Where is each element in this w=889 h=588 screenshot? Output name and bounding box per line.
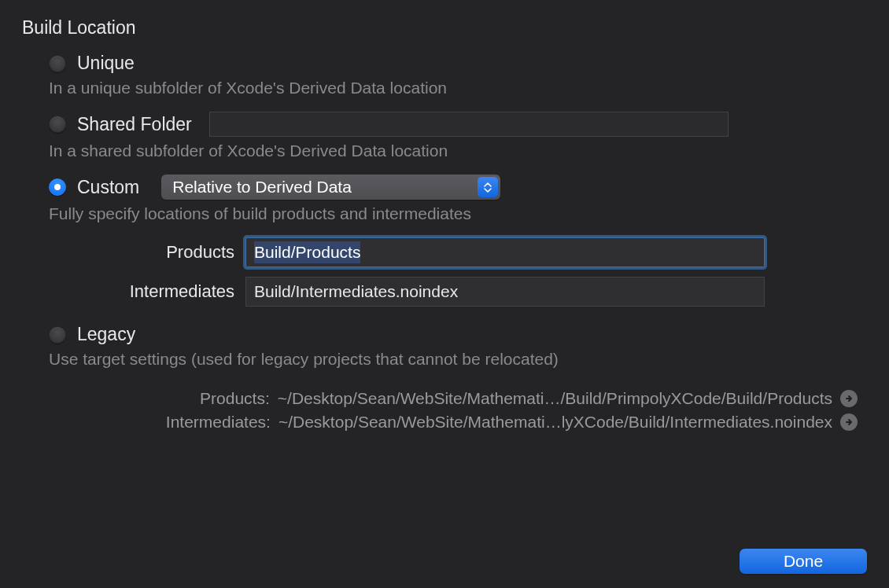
intermediates-field-label: Intermediates xyxy=(49,281,245,302)
option-legacy-label[interactable]: Legacy xyxy=(77,324,135,345)
done-button[interactable]: Done xyxy=(740,549,867,574)
path-products-label: Products: xyxy=(200,389,270,408)
path-products-value: ~/Desktop/Sean/WebSite/Mathemati…/Build/… xyxy=(278,389,832,408)
option-unique-label[interactable]: Unique xyxy=(77,53,135,74)
reveal-products-button[interactable] xyxy=(840,390,858,407)
option-shared: Shared Folder In a shared subfolder of X… xyxy=(49,112,867,160)
resolved-paths: Products: ~/Desktop/Sean/WebSite/Mathema… xyxy=(22,389,858,432)
reveal-intermediates-button[interactable] xyxy=(840,413,858,431)
radio-custom[interactable] xyxy=(49,178,66,196)
shared-folder-input[interactable] xyxy=(209,112,729,137)
sheet-footer: Done xyxy=(740,549,867,574)
option-unique-desc: In a unique subfolder of Xcode's Derived… xyxy=(49,79,867,97)
option-unique: Unique In a unique subfolder of Xcode's … xyxy=(49,53,867,97)
option-legacy-desc: Use target settings (used for legacy pro… xyxy=(49,350,867,369)
arrow-right-icon xyxy=(844,417,854,427)
intermediates-field-row: Intermediates Build/Intermediates.noinde… xyxy=(49,277,867,307)
option-custom: Custom Relative to Derived Data Fully sp… xyxy=(49,175,867,223)
path-row-intermediates: Intermediates: ~/Desktop/Sean/WebSite/Ma… xyxy=(22,413,858,432)
intermediates-input-value: Build/Intermediates.noindex xyxy=(254,282,458,301)
path-intermediates-label: Intermediates: xyxy=(166,413,271,432)
radio-shared[interactable] xyxy=(49,116,66,133)
updown-arrows-icon xyxy=(478,177,498,197)
products-field-label: Products xyxy=(49,242,245,263)
path-row-products: Products: ~/Desktop/Sean/WebSite/Mathema… xyxy=(22,389,858,408)
build-location-sheet: Build Location Unique In a unique subfol… xyxy=(0,0,889,588)
intermediates-input[interactable]: Build/Intermediates.noindex xyxy=(245,277,765,307)
arrow-right-icon xyxy=(844,394,854,403)
option-custom-desc: Fully specify locations of build product… xyxy=(49,204,867,223)
custom-location-select-value: Relative to Derived Data xyxy=(172,178,478,197)
option-shared-label[interactable]: Shared Folder xyxy=(77,114,192,135)
option-custom-label[interactable]: Custom xyxy=(77,177,139,198)
option-legacy: Legacy Use target settings (used for leg… xyxy=(49,324,867,369)
radio-legacy[interactable] xyxy=(49,326,66,344)
custom-location-select[interactable]: Relative to Derived Data xyxy=(161,175,500,200)
radio-unique[interactable] xyxy=(49,55,66,72)
path-intermediates-value: ~/Desktop/Sean/WebSite/Mathemati…lyXCode… xyxy=(279,413,832,432)
products-input[interactable]: Build/Products xyxy=(245,237,765,267)
section-title: Build Location xyxy=(22,17,867,39)
products-input-value: Build/Products xyxy=(254,241,360,263)
products-field-row: Products Build/Products xyxy=(49,237,867,267)
option-shared-desc: In a shared subfolder of Xcode's Derived… xyxy=(49,141,867,160)
